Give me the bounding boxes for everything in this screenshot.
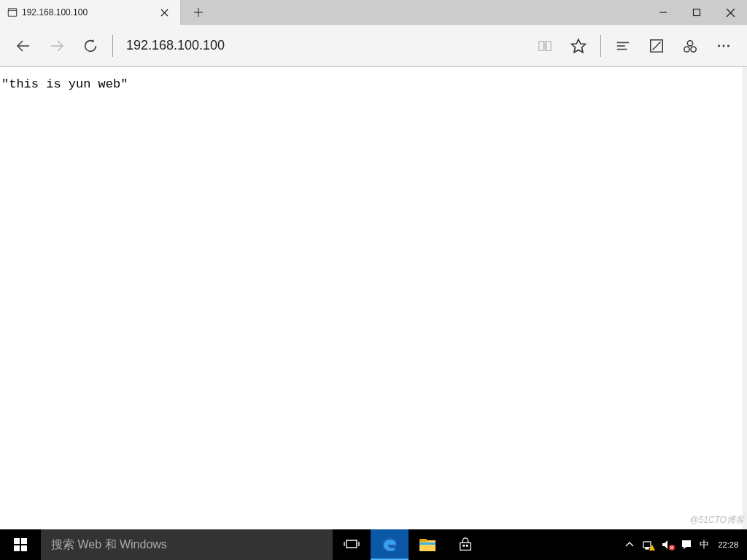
forward-button[interactable] — [41, 30, 73, 62]
hub-button[interactable] — [607, 30, 639, 62]
reading-view-button[interactable] — [529, 30, 561, 62]
svg-rect-29 — [347, 540, 357, 548]
browser-titlebar: 192.168.100.100 — [0, 0, 747, 25]
page-body-text: "this is yun web" — [0, 67, 129, 101]
browser-toolbar: 192.168.100.100 — [0, 25, 747, 67]
svg-point-20 — [684, 46, 689, 51]
close-window-button[interactable] — [713, 0, 747, 25]
refresh-button[interactable] — [74, 30, 107, 62]
toolbar-right — [529, 30, 740, 62]
svg-rect-33 — [419, 540, 436, 551]
action-center-icon[interactable] — [678, 529, 694, 560]
volume-icon[interactable] — [659, 529, 676, 560]
svg-point-23 — [723, 44, 725, 47]
svg-marker-13 — [572, 39, 586, 52]
task-view-button[interactable] — [333, 529, 371, 560]
back-button[interactable] — [7, 30, 39, 62]
svg-rect-27 — [14, 545, 20, 551]
taskbar: 搜索 Web 和 Windows 中 22:28 — [0, 529, 747, 560]
tab-title: 192.168.100.100 — [22, 7, 151, 18]
store-button[interactable] — [446, 529, 484, 560]
page-viewport: "this is yun web" — [0, 67, 747, 529]
svg-point-22 — [718, 44, 720, 47]
svg-rect-35 — [419, 542, 436, 545]
minimize-button[interactable] — [646, 0, 680, 25]
svg-rect-36 — [462, 545, 465, 547]
web-note-button[interactable] — [640, 30, 673, 62]
browser-tab[interactable]: 192.168.100.100 — [0, 0, 181, 25]
svg-marker-41 — [662, 540, 667, 549]
file-explorer-button[interactable] — [409, 529, 446, 560]
svg-rect-25 — [14, 538, 20, 544]
search-placeholder: 搜索 Web 和 Windows — [51, 537, 167, 553]
page-icon — [7, 7, 18, 18]
address-bar[interactable]: 192.168.100.100 — [119, 38, 527, 53]
svg-point-21 — [691, 46, 696, 51]
titlebar-spacer — [216, 0, 646, 25]
edge-taskbar-button[interactable] — [371, 529, 409, 560]
svg-rect-7 — [694, 9, 700, 16]
svg-marker-40 — [649, 545, 655, 551]
system-tray: 中 22:28 — [622, 529, 747, 560]
taskbar-clock[interactable]: 22:28 — [713, 540, 743, 549]
search-box[interactable]: 搜索 Web 和 Windows — [41, 529, 333, 560]
svg-rect-0 — [8, 9, 16, 17]
svg-point-19 — [687, 40, 692, 45]
more-button[interactable] — [708, 30, 740, 62]
share-button[interactable] — [674, 30, 706, 62]
clock-time: 22:28 — [718, 540, 738, 549]
start-button[interactable] — [0, 529, 41, 560]
svg-rect-37 — [466, 545, 468, 547]
network-icon[interactable] — [640, 529, 657, 560]
svg-point-24 — [727, 44, 729, 47]
ime-indicator[interactable]: 中 — [697, 529, 711, 560]
maximize-button[interactable] — [680, 0, 713, 25]
svg-rect-28 — [21, 545, 27, 551]
toolbar-separator — [112, 35, 113, 57]
svg-rect-26 — [21, 538, 27, 544]
tray-overflow-button[interactable] — [622, 529, 638, 560]
vertical-scrollbar[interactable] — [743, 67, 747, 529]
svg-line-18 — [653, 42, 661, 50]
favorites-button[interactable] — [562, 30, 595, 62]
close-tab-button[interactable] — [155, 4, 173, 21]
address-text: 192.168.100.100 — [126, 38, 225, 52]
toolbar-separator-2 — [600, 35, 601, 57]
new-tab-button[interactable] — [181, 0, 216, 25]
window-controls — [646, 0, 747, 25]
svg-rect-34 — [419, 539, 427, 542]
svg-rect-39 — [646, 548, 649, 549]
watermark-text: @51CTO博客 — [689, 514, 744, 526]
